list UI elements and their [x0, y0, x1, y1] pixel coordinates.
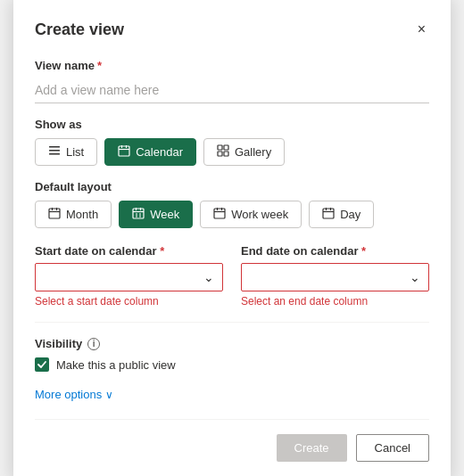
- default-layout-section: Default layout Month: [35, 180, 429, 228]
- start-date-select-wrapper: [35, 263, 223, 291]
- show-as-list-button[interactable]: List: [35, 138, 97, 166]
- calendar-icon: [118, 144, 130, 160]
- dialog-header: Create view ×: [35, 18, 429, 41]
- dialog-title: Create view: [35, 21, 124, 39]
- visibility-section: Visibility i Make this a public view: [35, 337, 429, 372]
- end-date-select[interactable]: [241, 263, 429, 291]
- svg-rect-7: [218, 145, 222, 150]
- svg-rect-10: [224, 152, 228, 156]
- show-as-label: Show as: [35, 118, 429, 131]
- show-as-gallery-label: Gallery: [235, 145, 271, 159]
- view-name-required: *: [97, 59, 102, 72]
- layout-week-button[interactable]: Week: [119, 201, 193, 228]
- default-layout-label: Default layout: [35, 180, 429, 193]
- day-cal-icon: [322, 207, 335, 222]
- more-options-button[interactable]: More options ∨: [35, 388, 113, 401]
- create-view-dialog: Create view × View name * Show as List: [13, 0, 451, 476]
- view-name-label: View name *: [35, 59, 429, 72]
- more-options-label: More options: [35, 388, 102, 401]
- start-date-label: Start date on calendar *: [35, 244, 223, 258]
- svg-rect-1: [49, 150, 60, 152]
- dialog-footer: Create Cancel: [35, 419, 429, 462]
- public-view-label: Make this a public view: [56, 358, 176, 372]
- start-date-select[interactable]: [35, 263, 223, 291]
- start-date-error: Select a start date column: [35, 295, 223, 308]
- month-cal-icon: [48, 207, 61, 222]
- svg-rect-25: [323, 209, 334, 218]
- start-date-required: *: [160, 244, 164, 258]
- end-date-field: End date on calendar * Select an end dat…: [241, 244, 429, 308]
- show-as-calendar-button[interactable]: Calendar: [104, 138, 196, 166]
- show-as-group: List Calendar: [35, 138, 429, 166]
- layout-day-label: Day: [340, 208, 360, 221]
- close-button[interactable]: ×: [414, 18, 429, 41]
- date-row: Start date on calendar * Select a start …: [35, 244, 429, 308]
- svg-rect-9: [218, 152, 222, 156]
- visibility-info-icon[interactable]: i: [87, 338, 100, 350]
- end-date-required: *: [361, 244, 366, 258]
- show-as-section: Show as List: [35, 118, 429, 166]
- end-date-label: End date on calendar *: [241, 244, 429, 258]
- show-as-calendar-label: Calendar: [136, 145, 183, 159]
- visibility-label: Visibility i: [35, 337, 429, 350]
- show-as-list-label: List: [66, 145, 84, 159]
- svg-rect-2: [49, 153, 60, 155]
- public-view-checkbox-row: Make this a public view: [35, 357, 429, 372]
- end-date-select-wrapper: [241, 263, 429, 291]
- svg-rect-15: [133, 209, 144, 218]
- end-date-error: Select an end date column: [241, 295, 429, 308]
- view-name-section: View name *: [35, 59, 429, 103]
- layout-month-button[interactable]: Month: [35, 201, 112, 228]
- divider: [35, 322, 429, 323]
- workweek-cal-icon: [213, 207, 226, 222]
- layout-week-label: Week: [150, 208, 179, 221]
- cancel-button[interactable]: Cancel: [356, 434, 429, 462]
- more-options-chevron: ∨: [105, 389, 113, 401]
- layout-workweek-button[interactable]: Work week: [200, 201, 302, 228]
- layout-workweek-label: Work week: [231, 208, 288, 221]
- create-button[interactable]: Create: [277, 434, 347, 462]
- svg-rect-3: [119, 146, 129, 156]
- list-icon: [48, 144, 61, 160]
- start-date-field: Start date on calendar * Select a start …: [35, 244, 223, 308]
- layout-btn-group: Month Week: [35, 201, 429, 228]
- svg-rect-8: [224, 145, 228, 150]
- svg-rect-0: [49, 146, 60, 148]
- svg-rect-21: [214, 209, 225, 218]
- gallery-icon: [217, 144, 229, 160]
- week-cal-icon: [132, 207, 145, 222]
- layout-day-button[interactable]: Day: [309, 201, 374, 228]
- svg-rect-11: [49, 209, 60, 218]
- view-name-input[interactable]: [35, 78, 429, 103]
- show-as-gallery-button[interactable]: Gallery: [203, 138, 285, 166]
- layout-month-label: Month: [66, 208, 98, 221]
- public-view-checkbox[interactable]: [35, 357, 49, 372]
